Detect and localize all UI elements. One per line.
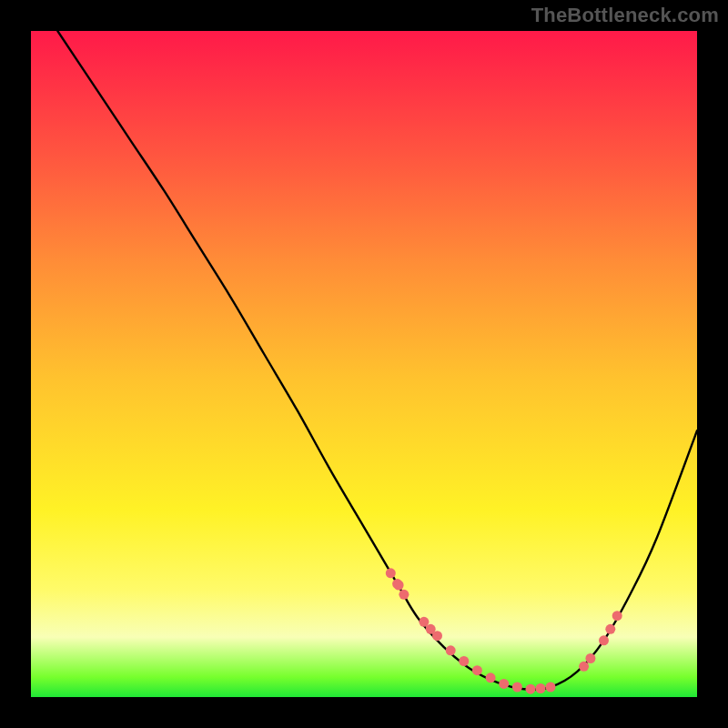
highlight-dot: [526, 684, 536, 694]
highlight-dot: [486, 672, 496, 682]
highlight-dot: [579, 662, 589, 672]
highlight-dot: [446, 645, 456, 655]
highlight-dot: [472, 665, 482, 675]
highlight-dot: [536, 683, 546, 693]
chart-container: TheBottleneck.com: [0, 0, 728, 728]
highlight-dot: [394, 581, 404, 591]
watermark-text: TheBottleneck.com: [531, 4, 719, 27]
highlight-dot: [512, 682, 522, 693]
highlight-dot: [399, 590, 409, 600]
highlight-dot: [605, 624, 615, 634]
chart-svg: [31, 31, 697, 697]
highlight-dot: [612, 611, 622, 621]
highlight-dot: [499, 679, 509, 689]
highlight-dot: [432, 631, 442, 641]
bottleneck-curve: [57, 31, 697, 690]
plot-area: [31, 31, 697, 697]
highlight-dots-group: [386, 568, 622, 693]
highlight-dot: [546, 682, 556, 693]
highlight-dot: [459, 656, 469, 666]
highlight-dot: [599, 635, 609, 645]
highlight-dot: [386, 568, 396, 578]
highlight-dot: [585, 653, 595, 663]
